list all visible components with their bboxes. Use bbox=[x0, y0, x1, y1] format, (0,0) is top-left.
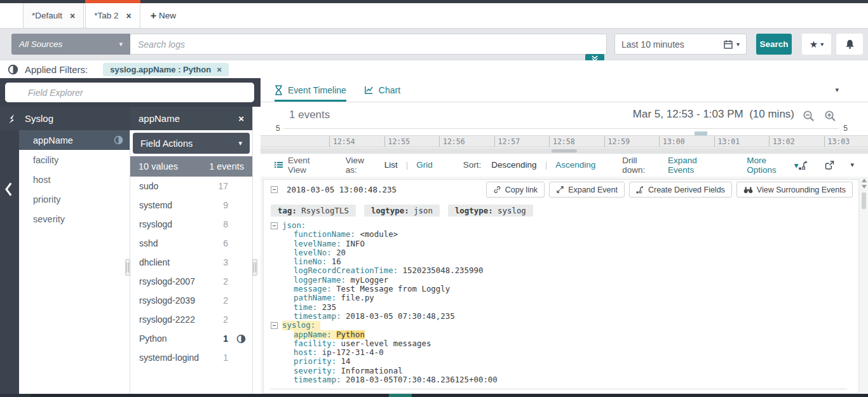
sort-ascending-option[interactable]: Ascending bbox=[555, 160, 595, 170]
panel-resize-handle[interactable] bbox=[252, 259, 257, 276]
tag-pill[interactable]: logtypejson bbox=[364, 205, 440, 217]
view-as-label: View as: bbox=[346, 156, 374, 175]
value-row[interactable]: rsyslogd8 bbox=[130, 215, 252, 234]
binoculars-icon bbox=[743, 186, 753, 194]
drill-down-label: Drill down: bbox=[622, 156, 658, 175]
events-scrollbar[interactable] bbox=[861, 178, 867, 392]
event-body: tagRsyslogTLS logtypejson logtypesyslog … bbox=[264, 199, 858, 397]
chevron-down-icon[interactable]: ▾ bbox=[835, 86, 839, 94]
value-row[interactable]: dhclient3 bbox=[130, 253, 252, 272]
field-explorer-band bbox=[0, 78, 261, 107]
zoom-out-icon[interactable] bbox=[803, 110, 815, 122]
expand-event-button[interactable]: Expand Event bbox=[549, 182, 625, 198]
search-button[interactable]: Search bbox=[756, 34, 792, 55]
collapse-event-icon[interactable] bbox=[271, 186, 278, 193]
field-list: appName facility host priority severity bbox=[19, 130, 130, 394]
tab-chart[interactable]: Chart bbox=[364, 78, 400, 102]
collapse-json-icon[interactable] bbox=[271, 222, 278, 229]
field-explorer-input[interactable] bbox=[5, 83, 254, 102]
event-timeline: 1 events Mar 5, 12:53 - 1:03 PM (10 mins… bbox=[261, 102, 868, 153]
events-count-label: 1 events bbox=[289, 109, 330, 121]
value-filter-toggle-icon[interactable] bbox=[236, 334, 246, 344]
syslog-icon bbox=[8, 113, 18, 124]
field-item-host[interactable]: host bbox=[19, 170, 130, 189]
value-row[interactable]: rsyslogd-20392 bbox=[130, 291, 252, 310]
field-actions-dropdown[interactable]: Field Actions ▾ bbox=[133, 133, 250, 154]
source-selector[interactable]: All Sources ▾ bbox=[11, 34, 130, 55]
values-stats-row: 10 values 1 events bbox=[130, 156, 252, 177]
scroll-down-icon[interactable] bbox=[862, 185, 867, 189]
new-tab-button[interactable]: + New bbox=[142, 3, 185, 28]
close-tab-icon[interactable]: × bbox=[126, 11, 132, 21]
field-item-severity[interactable]: severity bbox=[19, 209, 130, 229]
more-options-dropdown[interactable]: More Options▾ bbox=[747, 156, 798, 175]
tab-default[interactable]: *Default × bbox=[23, 3, 84, 29]
applied-filters-row: Applied Filters: syslog.appName : Python… bbox=[0, 60, 868, 78]
main-content: Event Timeline Chart ▾ 1 events Mar 5, 1… bbox=[261, 78, 868, 394]
value-row[interactable]: sshd6 bbox=[130, 234, 252, 253]
view-surrounding-events-button[interactable]: View Surrounding Events bbox=[736, 182, 853, 198]
view-as-list-option[interactable]: List bbox=[384, 160, 398, 170]
expand-icon bbox=[556, 185, 564, 194]
syslog-group-line: syslog bbox=[271, 321, 858, 330]
chevron-down-icon[interactable]: ▾ bbox=[850, 161, 854, 169]
field-item-priority[interactable]: priority bbox=[19, 189, 130, 209]
create-derived-fields-button[interactable]: Create Derived Fields bbox=[629, 182, 732, 198]
sort-descending-option[interactable]: Descending bbox=[491, 160, 536, 170]
field-filter-toggle-icon[interactable] bbox=[114, 135, 123, 145]
zoom-in-icon[interactable] bbox=[824, 110, 836, 122]
tab-event-timeline[interactable]: Event Timeline bbox=[275, 78, 346, 102]
chevron-down-icon: ▾ bbox=[820, 41, 824, 48]
view-tabs: Event Timeline Chart ▾ bbox=[261, 78, 868, 102]
values-panel-title: appName bbox=[139, 113, 180, 124]
vertical-scrollbar-handle[interactable] bbox=[862, 192, 866, 209]
expand-events-link[interactable]: Expand Events bbox=[668, 156, 719, 175]
search-input[interactable] bbox=[130, 34, 607, 55]
field-values-panel: appName × Field Actions ▾ 10 values 1 ev… bbox=[130, 107, 253, 394]
value-row-python[interactable]: Python 1 bbox=[130, 329, 252, 348]
copy-link-button[interactable]: Copy link bbox=[486, 182, 545, 198]
value-row[interactable]: rsyslogd-22222 bbox=[130, 310, 252, 329]
tab-tab2[interactable]: *Tab 2 × bbox=[85, 3, 140, 29]
alerts-button[interactable] bbox=[836, 34, 863, 55]
filter-chip[interactable]: syslog.appName : Python × bbox=[103, 63, 229, 76]
panel-resize-handle[interactable] bbox=[125, 259, 130, 276]
saved-searches-button[interactable]: ★ ▾ bbox=[802, 34, 831, 55]
field-group-syslog[interactable]: Syslog bbox=[0, 107, 130, 130]
time-range-label: Mar 5, 12:53 - 1:03 PM (10 mins) bbox=[633, 108, 794, 121]
time-axis[interactable]: 12:54 12:55 12:56 12:57 12:58 12:59 13:0… bbox=[261, 135, 868, 147]
sort-label: Sort: bbox=[463, 160, 482, 170]
tab-bar: *Default × *Tab 2 × + New bbox=[0, 3, 868, 29]
field-item-appname[interactable]: appName bbox=[19, 130, 130, 150]
export-icon[interactable] bbox=[824, 160, 835, 170]
bottom-edge-strip bbox=[0, 394, 868, 397]
close-panel-icon[interactable]: × bbox=[238, 113, 244, 124]
horizontal-scrollbar-handle[interactable] bbox=[552, 149, 577, 152]
value-row[interactable]: sudo17 bbox=[130, 177, 252, 196]
axis-line bbox=[283, 128, 839, 129]
value-row[interactable]: systemd-logind1 bbox=[130, 348, 252, 367]
tag-pill[interactable]: tagRsyslogTLS bbox=[271, 205, 356, 217]
value-row[interactable]: systemd9 bbox=[130, 196, 252, 215]
time-range-selector[interactable]: Last 10 minutes ▾ bbox=[614, 34, 747, 55]
list-icon bbox=[275, 161, 283, 169]
view-as-grid-option[interactable]: Grid bbox=[416, 160, 433, 170]
tab-label: *Default bbox=[32, 11, 62, 20]
chevron-down-icon: ▾ bbox=[119, 40, 123, 48]
y-axis-label-left: 5 bbox=[276, 124, 280, 133]
filter-toggle-icon bbox=[8, 64, 18, 75]
collapse-panel-icon[interactable] bbox=[4, 182, 13, 197]
field-item-facility[interactable]: facility bbox=[19, 150, 130, 170]
remove-filter-icon[interactable]: × bbox=[217, 65, 222, 74]
calendar-icon bbox=[723, 39, 733, 50]
bell-icon bbox=[844, 39, 855, 50]
event-card: 2018-03-05 13:00:48.235 Copy link Expand… bbox=[263, 179, 859, 394]
search-bar: All Sources ▾ Last 10 minutes ▾ Search ★… bbox=[0, 29, 868, 60]
scroll-up-icon[interactable] bbox=[862, 178, 867, 182]
value-row[interactable]: rsyslogd-20072 bbox=[130, 272, 252, 291]
collapse-syslog-icon[interactable] bbox=[271, 322, 278, 329]
tag-pill[interactable]: logtypesyslog bbox=[448, 205, 533, 217]
derived-fields-icon[interactable] bbox=[798, 160, 809, 170]
close-tab-icon[interactable]: × bbox=[70, 11, 75, 21]
field-explorer-panel: Syslog appName facility host priority se… bbox=[0, 78, 261, 394]
